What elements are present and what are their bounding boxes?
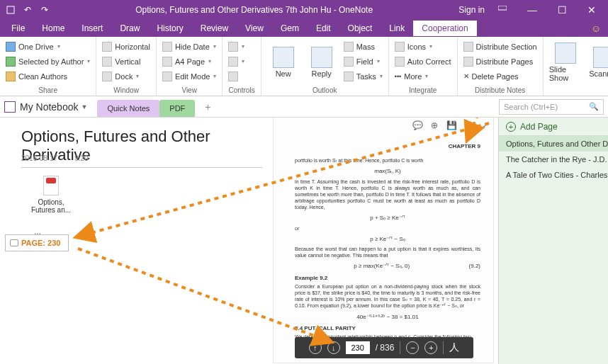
field-button[interactable]: Field▾ (344, 55, 383, 68)
page-list: +Add Page Options, Futures and Other Der… (498, 118, 608, 364)
edit-mode-button[interactable]: Edit Mode▾ (162, 69, 217, 83)
hide-date-button[interactable]: Hide Date▾ (162, 40, 217, 53)
page-item-2[interactable]: The Catcher in the Rye - J.D. Salin (499, 152, 608, 167)
new-mail-button[interactable]: New (267, 40, 300, 85)
pdf-save-icon[interactable]: 💾 (446, 120, 456, 130)
notebook-dropdown-icon[interactable]: ▼ (81, 103, 87, 110)
add-page-button[interactable]: +Add Page (499, 118, 608, 136)
pdf-comment-tool-icon[interactable]: 💬 (412, 120, 422, 130)
add-section-button[interactable]: + (199, 98, 216, 115)
tab-gem[interactable]: Gem (272, 21, 308, 36)
pdf-viewer: 💬 ⊕ 💾 ✕ ⤢ CHAPTER 9 portfolio is worth S… (274, 118, 493, 363)
distribute-section-button[interactable]: Distribute Section (463, 40, 537, 53)
selected-by-author-button[interactable]: Selected by Author▾ (6, 55, 90, 68)
undo-icon[interactable]: ↶ (23, 5, 33, 15)
pdf-expand-icon[interactable]: ⤢ (480, 120, 490, 130)
page-timestamp: 2016-08-179:20 (21, 154, 89, 162)
group-share-label: Share (6, 85, 90, 94)
dock-button[interactable]: Dock▾ (102, 69, 150, 83)
search-input[interactable]: Search (Ctrl+E)🔍 (499, 99, 604, 115)
reply-button[interactable]: Reply (305, 40, 338, 85)
acrobat-icon[interactable]: 人 (449, 341, 459, 354)
tab-draw[interactable]: Draw (111, 21, 148, 36)
save-icon[interactable] (6, 5, 16, 15)
pdf-file-icon (43, 176, 59, 195)
tab-quicknotes[interactable]: Quick Notes (97, 100, 159, 117)
menubar: File Home Insert Draw History Review Vie… (0, 20, 608, 37)
tab-home[interactable]: Home (33, 21, 73, 36)
pdf-zoom-out-icon[interactable]: − (406, 341, 419, 354)
pdf-page-total: / 836 (376, 343, 395, 353)
navbar: My Notebook ▼ Quick Notes PDF + Search (… (0, 96, 608, 118)
control1[interactable]: ▾ (228, 40, 244, 53)
onedrive-button[interactable]: One Drive▾ (6, 40, 90, 53)
page-tag[interactable]: … PAGE: 230 (5, 234, 69, 251)
pdf-attachment[interactable]: Options,Futures an... (30, 176, 72, 214)
pdf-zoom-in-icon[interactable]: + (424, 341, 437, 354)
tab-cooperation[interactable]: Cooperation (413, 21, 476, 36)
svg-rect-1 (498, 6, 507, 10)
notebook-name[interactable]: My Notebook (20, 101, 78, 113)
tab-review[interactable]: Review (192, 21, 237, 36)
horizontal-button[interactable]: Horizontal (102, 40, 150, 53)
tab-edit[interactable]: Edit (308, 21, 339, 36)
slideshow-button[interactable]: Slide Show (549, 40, 582, 85)
delete-pages-button[interactable]: ✕Delete Pages (463, 69, 537, 83)
mass-button[interactable]: Mass (344, 40, 383, 53)
pdf-toolbar: ↑ ↓ 230 / 836 − + 人 (295, 337, 473, 358)
vertical-button[interactable]: Vertical (102, 55, 150, 68)
group-integrate-label: Integrate (395, 85, 451, 94)
pdf-close-icon[interactable]: ✕ (463, 120, 473, 130)
svg-rect-0 (7, 6, 14, 13)
tasks-button[interactable]: Tasks▾ (344, 69, 383, 83)
group-play-label: Play (549, 85, 608, 94)
tab-link[interactable]: Link (381, 21, 413, 36)
feedback-icon[interactable]: ☺ (591, 23, 601, 34)
signin-link[interactable]: Sign in (458, 5, 485, 15)
tab-file[interactable]: File (3, 21, 33, 36)
icons-button[interactable]: Icons▾ (395, 40, 451, 53)
close-icon[interactable]: ✕ (580, 0, 604, 20)
minimize-icon[interactable]: — (520, 0, 544, 20)
ribbon-options-icon[interactable] (490, 0, 514, 20)
page-item-3[interactable]: A Tale of Two Cities - Charles Dic (499, 167, 608, 183)
pdf-page-down-icon[interactable]: ↓ (327, 341, 340, 354)
control2[interactable]: ▾ (228, 55, 244, 68)
search-icon: 🔍 (589, 102, 599, 111)
distribute-pages-button[interactable]: Distribute Pages (463, 55, 537, 68)
page-canvas[interactable]: Options, Futures and Other Derivative 20… (0, 118, 498, 364)
pdf-page-content: CHAPTER 9 portfolio is worth Sₜ at this … (295, 143, 480, 344)
clean-authors-button[interactable]: Clean Authors (6, 69, 90, 83)
redo-icon[interactable]: ↷ (40, 5, 50, 15)
group-window-label: Window (102, 85, 150, 94)
titlebar: ↶ ↷ Options, Futures and Other Derivativ… (0, 0, 608, 20)
pdf-page-up-icon[interactable]: ↑ (309, 341, 322, 354)
autocorrect-button[interactable]: Auto Correct (395, 55, 451, 68)
tab-object[interactable]: Object (339, 21, 381, 36)
comment-icon (10, 239, 18, 246)
scanner-button[interactable]: Scanner (587, 40, 608, 85)
control3[interactable] (228, 69, 244, 83)
a4-page-button[interactable]: A4 Page▾ (162, 55, 217, 68)
pdf-add-icon[interactable]: ⊕ (429, 120, 439, 130)
pdf-page-input[interactable]: 230 (346, 341, 370, 354)
ribbon: One Drive▾ Selected by Author▾ Clean Aut… (0, 37, 608, 96)
group-distribute-label: Distribute Notes (463, 85, 537, 94)
notebook-icon[interactable] (4, 101, 16, 113)
tab-view[interactable]: View (237, 21, 272, 36)
group-view-label: View (162, 85, 217, 94)
tab-history[interactable]: History (148, 21, 191, 36)
tab-pdf-section[interactable]: PDF (159, 100, 195, 117)
maximize-icon[interactable]: ☐ (550, 0, 574, 20)
more-button[interactable]: •••More▾ (395, 69, 451, 83)
window-title: Options, Futures and Other Derivatives 7… (50, 5, 458, 15)
page-item-1[interactable]: Options, Futures and Other Deriva (499, 136, 608, 152)
group-outlook-label: Outlook (267, 85, 383, 94)
group-controls-label: Controls (228, 85, 254, 94)
tab-insert[interactable]: Insert (73, 21, 111, 36)
